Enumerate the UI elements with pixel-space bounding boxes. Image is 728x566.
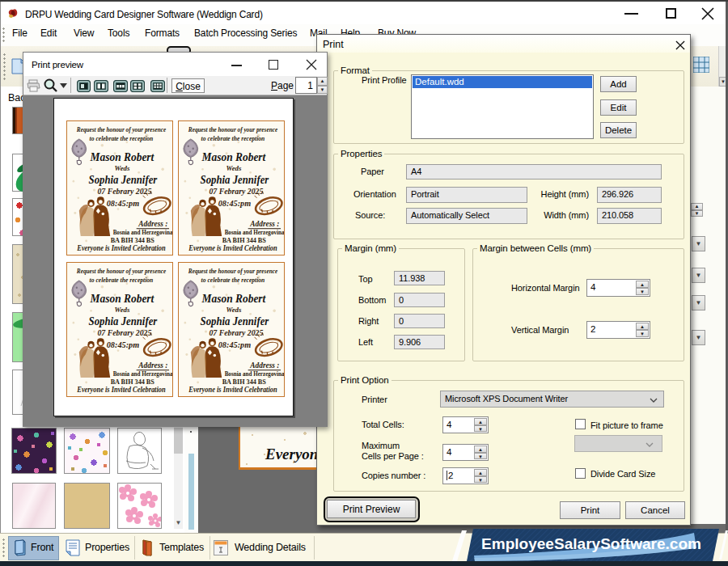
svg-text:EmployeeSalarySoftware.com: EmployeeSalarySoftware.com (481, 535, 701, 552)
